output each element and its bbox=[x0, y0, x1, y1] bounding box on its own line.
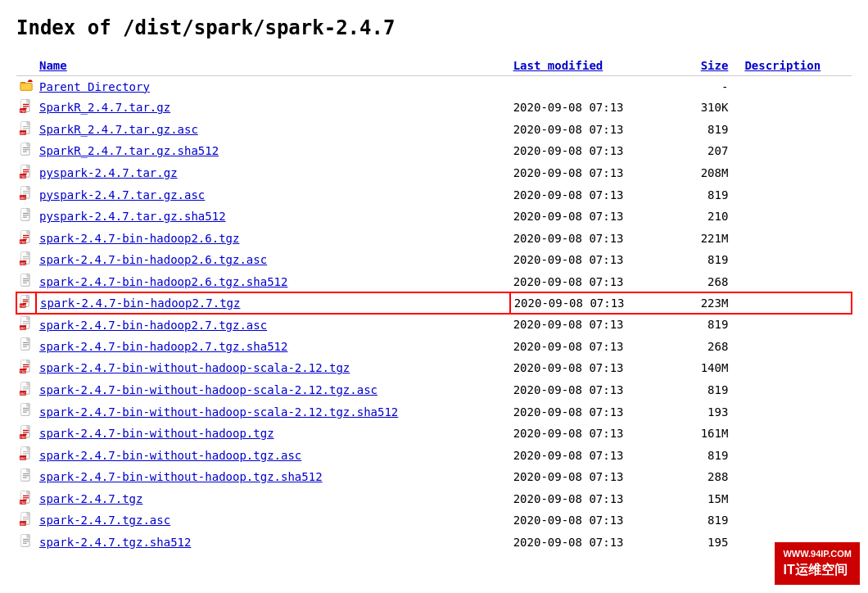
svg-rect-148 bbox=[21, 469, 27, 481]
file-icon-cell: TGZ bbox=[16, 97, 36, 119]
file-size-cell: 819 bbox=[678, 183, 741, 206]
svg-marker-127 bbox=[27, 404, 29, 406]
th-icon bbox=[16, 56, 36, 76]
file-icon-cell bbox=[16, 335, 36, 357]
file-desc-cell bbox=[741, 314, 852, 336]
file-date-cell: 2020-09-08 07:13 bbox=[510, 271, 679, 293]
file-date-cell: 2020-09-08 07:13 bbox=[510, 509, 679, 532]
file-name-cell: pyspark-2.4.7.tar.gz.asc bbox=[36, 183, 510, 206]
file-index-table: Name Last modified Size Description Pare… bbox=[16, 56, 852, 553]
file-icon-cell: TGZ bbox=[16, 423, 36, 445]
file-link[interactable]: spark-2.4.7-bin-hadoop2.6.tgz.asc bbox=[39, 253, 267, 266]
file-date-cell: 2020-09-08 07:13 bbox=[510, 249, 679, 271]
file-size-cell: 193 bbox=[678, 401, 741, 423]
file-link[interactable]: spark-2.4.7-bin-hadoop2.7.tgz.asc bbox=[39, 319, 267, 332]
svg-text:ASC: ASC bbox=[20, 131, 26, 135]
svg-marker-52 bbox=[27, 209, 29, 211]
svg-marker-168 bbox=[27, 513, 29, 515]
file-link[interactable]: pyspark-2.4.7.tar.gz bbox=[39, 166, 178, 179]
th-name: Name bbox=[36, 56, 510, 76]
file-icon-cell: TGZ bbox=[16, 357, 36, 379]
size-sort-link[interactable]: Size bbox=[701, 59, 729, 72]
file-desc-cell bbox=[741, 444, 852, 466]
file-link[interactable]: spark-2.4.7-bin-hadoop2.7.tgz bbox=[40, 296, 240, 310]
svg-rect-123 bbox=[21, 404, 27, 415]
file-link[interactable]: spark-2.4.7-bin-without-hadoop.tgz.asc bbox=[39, 449, 301, 462]
svg-marker-84 bbox=[26, 296, 29, 298]
svg-marker-109 bbox=[27, 360, 29, 363]
watermark-line1: WWW.94IP.COM bbox=[783, 547, 852, 561]
svg-text:ASC: ASC bbox=[20, 392, 26, 396]
name-sort-link[interactable]: Name bbox=[39, 59, 67, 72]
file-icon-cell: ASC bbox=[16, 509, 36, 532]
file-desc-cell bbox=[741, 162, 852, 184]
file-desc-cell bbox=[741, 140, 852, 162]
file-link[interactable]: pyspark-2.4.7.tar.gz.asc bbox=[39, 188, 205, 201]
file-link[interactable]: SparkR_2.4.7.tar.gz.asc bbox=[39, 123, 198, 136]
file-name-cell: spark-2.4.7-bin-without-hadoop-scala-2.1… bbox=[36, 357, 510, 379]
file-link[interactable]: spark-2.4.7.tgz bbox=[39, 492, 142, 505]
table-row: ASC pyspark-2.4.7.tar.gz.asc2020-09-08 0… bbox=[16, 183, 852, 206]
file-size-cell: 15M bbox=[678, 488, 741, 510]
svg-marker-77 bbox=[27, 274, 29, 277]
file-icon-cell bbox=[16, 271, 36, 293]
file-link[interactable]: spark-2.4.7-bin-without-hadoop-scala-2.1… bbox=[39, 383, 377, 396]
file-link[interactable]: spark-2.4.7-bin-without-hadoop.tgz.sha51… bbox=[39, 470, 323, 483]
svg-rect-98 bbox=[21, 338, 27, 350]
svg-marker-102 bbox=[27, 338, 29, 341]
desc-sort-link[interactable]: Description bbox=[744, 59, 821, 72]
file-date-cell: 2020-09-08 07:13 bbox=[510, 532, 679, 554]
file-icon-cell: TGZ bbox=[16, 228, 36, 250]
file-link[interactable]: SparkR_2.4.7.tar.gz.sha512 bbox=[39, 144, 219, 157]
table-row: spark-2.4.7-bin-without-hadoop.tgz.sha51… bbox=[16, 466, 852, 488]
file-desc-cell bbox=[741, 488, 852, 510]
file-link[interactable]: spark-2.4.7-bin-hadoop2.6.tgz.sha512 bbox=[39, 275, 287, 288]
file-link[interactable]: Parent Directory bbox=[39, 80, 150, 93]
file-size-cell: 268 bbox=[678, 271, 741, 293]
table-row: ASC spark-2.4.7-bin-without-hadoop-scala… bbox=[16, 379, 852, 401]
file-date-cell: 2020-09-08 07:13 bbox=[510, 228, 679, 250]
file-link[interactable]: spark-2.4.7-bin-hadoop2.6.tgz bbox=[39, 232, 239, 245]
file-icon-cell bbox=[16, 466, 36, 488]
file-size-cell: 221M bbox=[678, 228, 741, 250]
file-size-cell: 819 bbox=[678, 249, 741, 271]
file-link[interactable]: pyspark-2.4.7.tar.gz.sha512 bbox=[39, 210, 226, 223]
svg-rect-1 bbox=[20, 84, 32, 91]
svg-marker-27 bbox=[27, 143, 29, 146]
date-sort-link[interactable]: Last modified bbox=[513, 59, 604, 72]
svg-marker-59 bbox=[27, 230, 29, 233]
file-name-cell: spark-2.4.7-bin-without-hadoop-scala-2.1… bbox=[36, 401, 510, 423]
file-link[interactable]: spark-2.4.7-bin-without-hadoop-scala-2.1… bbox=[39, 361, 350, 374]
file-icon-cell: ASC bbox=[16, 314, 36, 336]
svg-text:TGZ: TGZ bbox=[20, 500, 26, 505]
file-link[interactable]: spark-2.4.7-bin-without-hadoop.tgz bbox=[39, 427, 274, 440]
file-size-cell: 195 bbox=[678, 532, 741, 554]
file-link[interactable]: SparkR_2.4.7.tar.gz bbox=[39, 101, 170, 114]
file-icon-cell: TGZ bbox=[16, 292, 36, 314]
file-link[interactable]: spark-2.4.7.tgz.asc bbox=[39, 514, 170, 527]
file-name-cell: spark-2.4.7-bin-without-hadoop.tgz.sha51… bbox=[36, 466, 510, 488]
file-desc-cell bbox=[741, 401, 852, 423]
table-row: ASC spark-2.4.7.tgz.asc2020-09-08 07:138… bbox=[16, 509, 852, 532]
svg-marker-118 bbox=[27, 382, 29, 384]
svg-text:TGZ: TGZ bbox=[20, 174, 26, 179]
file-size-cell: 819 bbox=[678, 119, 741, 141]
file-link[interactable]: spark-2.4.7.tgz.sha512 bbox=[39, 536, 191, 549]
file-icon-cell bbox=[16, 76, 36, 97]
file-date-cell: 2020-09-08 07:13 bbox=[510, 335, 679, 357]
file-desc-cell bbox=[741, 76, 852, 97]
file-size-cell: 208M bbox=[678, 162, 741, 184]
file-desc-cell bbox=[741, 206, 852, 228]
file-date-cell: 2020-09-08 07:13 bbox=[510, 97, 679, 119]
table-row: spark-2.4.7-bin-hadoop2.6.tgz.sha5122020… bbox=[16, 271, 852, 293]
svg-text:ASC: ASC bbox=[20, 522, 26, 526]
file-desc-cell bbox=[741, 335, 852, 357]
svg-marker-152 bbox=[27, 469, 29, 472]
file-link[interactable]: spark-2.4.7-bin-without-hadoop-scala-2.1… bbox=[39, 405, 398, 419]
table-row: spark-2.4.7-bin-hadoop2.7.tgz.sha5122020… bbox=[16, 335, 852, 357]
file-size-cell: 161M bbox=[678, 423, 741, 445]
file-desc-cell bbox=[741, 509, 852, 532]
file-link[interactable]: spark-2.4.7-bin-hadoop2.7.tgz.sha512 bbox=[39, 340, 287, 353]
file-icon-cell bbox=[16, 401, 36, 423]
file-icon-cell: ASC bbox=[16, 379, 36, 401]
